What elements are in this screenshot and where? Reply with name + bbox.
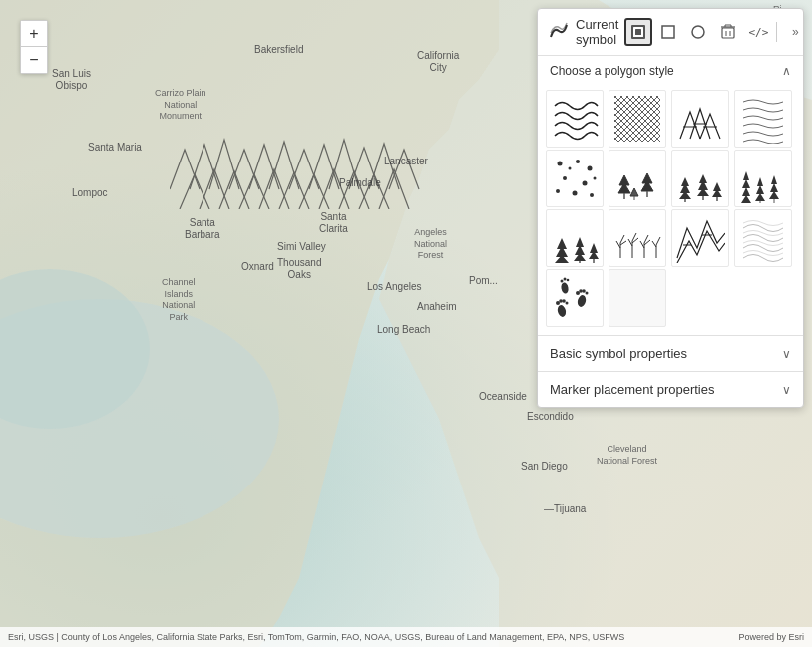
svg-marker-33 — [630, 188, 638, 196]
svg-rect-4 — [635, 29, 641, 35]
map-label-pom: Pom... — [469, 275, 498, 286]
svg-marker-53 — [757, 177, 763, 186]
svg-marker-51 — [755, 193, 765, 201]
map-label-san-luis: San LuisObispo — [52, 68, 91, 92]
map-label-santa-maria: Santa Maria — [88, 142, 142, 153]
symbol-mountain-valley[interactable] — [671, 209, 729, 267]
symbol-wavy-lines[interactable] — [546, 90, 604, 148]
svg-marker-49 — [743, 171, 749, 180]
svg-rect-7 — [722, 28, 734, 38]
map-label-thousand-oaks: ThousandOaks — [277, 257, 321, 281]
symbol-footprints[interactable] — [546, 269, 604, 327]
svg-line-77 — [628, 239, 632, 246]
symbol-panel: Current symbol </> » Choose a pol — [537, 8, 804, 408]
svg-point-17 — [558, 162, 563, 166]
map-label-oceanside: Oceanside — [479, 391, 527, 402]
attribution-left: Esri, USGS | County of Los Angeles, Cali… — [8, 632, 624, 642]
svg-point-90 — [562, 299, 566, 303]
svg-point-23 — [573, 191, 578, 196]
toolbar-divider — [776, 22, 777, 42]
svg-point-6 — [692, 26, 704, 38]
zoom-in-button[interactable]: + — [21, 21, 47, 47]
map-label-carrizo: Carrizo PlainNationalMonument — [155, 88, 206, 123]
zoom-out-button[interactable]: − — [21, 47, 47, 73]
svg-rect-13 — [614, 96, 660, 142]
toolbar-icons: </> » — [624, 18, 809, 46]
delete-button[interactable] — [714, 18, 742, 46]
map-label-simi-valley: Simi Valley — [277, 241, 326, 252]
svg-marker-37 — [681, 177, 689, 186]
svg-line-84 — [652, 241, 656, 247]
svg-marker-56 — [770, 183, 778, 192]
svg-marker-41 — [699, 174, 707, 183]
symbol-light-pattern[interactable] — [734, 209, 792, 267]
svg-point-26 — [594, 177, 597, 180]
symbol-crosshatch[interactable] — [609, 90, 666, 148]
symbol-grid — [538, 86, 803, 335]
map-label-bakersfield: Bakersfield — [254, 44, 303, 55]
panel-header: Current symbol </> » — [538, 9, 803, 56]
polygon-fill-button[interactable] — [624, 18, 652, 46]
symbol-trees-tall[interactable] — [734, 150, 792, 207]
map-label-santa-barbara: SantaBarbara — [185, 217, 220, 241]
svg-point-22 — [556, 189, 560, 193]
circle-button[interactable] — [684, 18, 712, 46]
style-chooser-header[interactable]: Choose a polygon style ∧ — [538, 56, 803, 86]
svg-point-21 — [583, 181, 588, 186]
map-label-angeles-forest: AngelesNationalForest — [414, 227, 447, 262]
style-chooser-title: Choose a polygon style — [550, 64, 674, 78]
svg-point-18 — [576, 160, 580, 163]
svg-marker-52 — [756, 185, 764, 194]
code-button[interactable]: </> — [744, 18, 772, 46]
map-label-santa-clarita: SantaClarita — [319, 211, 348, 235]
svg-point-99 — [564, 278, 567, 281]
attribution-bar: Esri, USGS | County of Los Angeles, Cali… — [0, 627, 812, 647]
svg-marker-57 — [771, 175, 777, 184]
symbol-trees-pine[interactable] — [546, 209, 604, 267]
map-label-escondido: Escondido — [527, 411, 574, 422]
svg-point-25 — [569, 167, 572, 170]
svg-point-100 — [567, 279, 570, 282]
square-button[interactable] — [654, 18, 682, 46]
svg-marker-31 — [642, 173, 652, 183]
svg-marker-44 — [713, 182, 721, 191]
marker-placement-properties-label: Marker placement properties — [550, 382, 714, 397]
svg-rect-5 — [662, 26, 674, 38]
map-label-tijuana: —Tijuana — [544, 503, 586, 514]
style-chooser-chevron: ∧ — [782, 64, 791, 78]
attribution-right: Powered by Esri — [738, 632, 804, 642]
svg-marker-55 — [769, 191, 779, 199]
symbol-trees-sparse[interactable] — [609, 150, 666, 207]
basic-symbol-chevron: ∨ — [782, 347, 791, 361]
symbol-dots-sparse[interactable] — [546, 150, 604, 207]
symbol-grass-lines[interactable] — [609, 209, 666, 267]
svg-point-95 — [582, 289, 586, 293]
svg-point-19 — [588, 166, 593, 171]
map-label-long-beach: Long Beach — [377, 324, 430, 335]
expand-button[interactable]: » — [781, 18, 809, 46]
svg-point-91 — [566, 302, 569, 305]
map-terrain-symbols — [170, 130, 429, 209]
svg-marker-61 — [557, 238, 567, 249]
basic-symbol-properties-section[interactable]: Basic symbol properties ∨ — [538, 335, 803, 371]
svg-point-97 — [561, 282, 570, 294]
map-label-anaheim: Anaheim — [417, 301, 456, 312]
svg-line-73 — [616, 241, 620, 248]
map-label-california-city: CaliforniaCity — [417, 50, 459, 74]
map-label-channel-islands: ChannelIslandsNationalPark — [162, 277, 196, 324]
svg-point-20 — [563, 176, 567, 180]
svg-marker-46 — [741, 195, 751, 203]
svg-marker-28 — [619, 175, 629, 185]
symbol-empty[interactable] — [609, 269, 666, 327]
map-label-oxnard: Oxnard — [241, 261, 274, 272]
basic-symbol-properties-label: Basic symbol properties — [550, 346, 687, 361]
map-label-cleveland: ClevelandNational Forest — [597, 444, 657, 467]
zoom-controls: + − — [20, 20, 48, 74]
marker-placement-properties-section[interactable]: Marker placement properties ∨ — [538, 371, 803, 407]
symbol-mountain-cross[interactable] — [671, 90, 729, 148]
svg-marker-48 — [742, 179, 750, 188]
symbol-wavy-horizontal[interactable] — [734, 90, 792, 148]
svg-marker-65 — [576, 237, 584, 247]
symbol-trees-medium[interactable] — [671, 150, 729, 207]
map-label-lompoc: Lompoc — [72, 187, 108, 198]
